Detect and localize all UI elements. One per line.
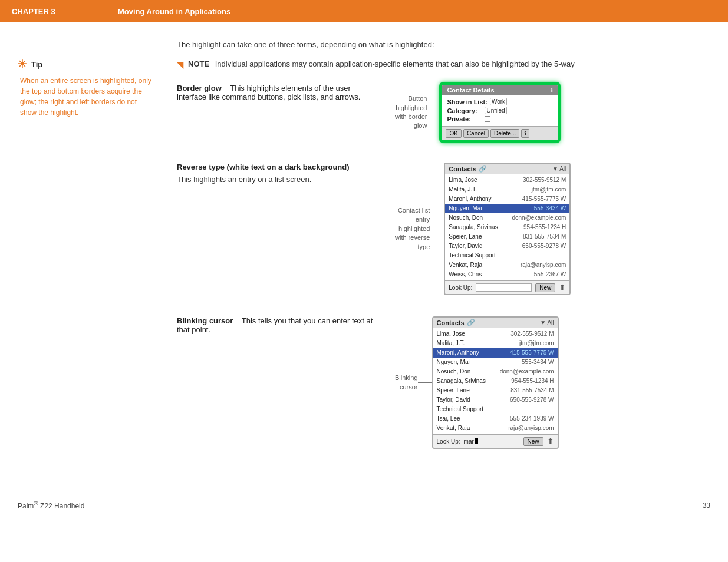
contact-row[interactable]: Sanagala, Srivinas954-555-1234 H xyxy=(433,376,558,386)
arrow-button-1[interactable]: ⬆ xyxy=(559,283,566,292)
lookup-value-display: mar xyxy=(464,438,520,445)
contact-row[interactable]: Speier, Lane831-555-7534 M xyxy=(445,232,569,242)
tip-header: ✳ Tip xyxy=(18,58,153,71)
note-label: NOTE xyxy=(188,59,209,68)
category-label: Category: xyxy=(447,107,482,114)
tip-star-icon: ✳ xyxy=(18,58,27,71)
footer-brand: Palm® Z22 Handheld xyxy=(18,500,84,510)
contact-row[interactable]: Malita, J.T.jtm@jtm.com xyxy=(433,339,558,348)
contacts-list-2: Lima, Jose302-555-9512 MMalita, J.T.jtm@… xyxy=(433,328,558,434)
note-content: NOTE Individual applications may contain… xyxy=(188,59,575,68)
widget-title: Contact Details xyxy=(447,87,494,94)
ok-button[interactable]: OK xyxy=(446,129,461,138)
contacts-list-1: Lima, Jose302-555-9512 MMalita, J.T.jtm@… xyxy=(445,174,569,280)
footer-page: 33 xyxy=(703,501,710,510)
contacts-title-1: Contacts 🔗 xyxy=(449,165,487,173)
widget-info-icon: ℹ xyxy=(551,87,553,94)
widget-buttons: OK Cancel Delete... ℹ xyxy=(442,126,558,140)
page-title: Moving Around in Applications xyxy=(118,7,230,16)
contact-details-widget: Contact Details ℹ Show in List: Work Cat… xyxy=(441,84,559,141)
widget-body: Show in List: Work Category: Unfiled Pri… xyxy=(442,95,558,126)
line-connector-3 xyxy=(418,382,432,383)
contact-row[interactable]: Lima, Jose302-555-9512 M xyxy=(433,329,558,339)
section-right-2: Contact list entry highlighted with reve… xyxy=(395,163,571,295)
lookup-label-2: Look Up: xyxy=(437,438,460,445)
callout-2: Contact list entry highlighted with reve… xyxy=(395,206,444,252)
contact-row[interactable]: Nguyen, Mai555-3434 W xyxy=(445,204,569,213)
contacts-footer-2: Look Up: mar New ⬆ xyxy=(433,434,558,448)
contact-row[interactable]: Nosuch, Dondonn@example.com xyxy=(445,213,569,223)
intro-text: The highlight can take one of three form… xyxy=(177,40,716,49)
cancel-button[interactable]: Cancel xyxy=(463,129,489,138)
contacts-title-2: Contacts 🔗 xyxy=(437,319,475,326)
contact-row[interactable]: Taylor, David650-555-9278 W xyxy=(433,395,558,405)
contact-row[interactable]: Maroni, Anthony415-555-7775 W xyxy=(433,348,558,358)
section-reverse-type: Reverse type (white text on a dark backg… xyxy=(177,163,716,295)
callout-3: Blinking cursor xyxy=(395,373,432,392)
section-right-1: Button highlighted with border glow Cont… xyxy=(395,84,559,141)
content-area: The highlight can take one of three form… xyxy=(165,40,728,470)
show-in-list-value[interactable]: Work xyxy=(490,98,507,105)
section-heading-2: Reverse type (white text on a dark backg… xyxy=(177,163,377,171)
contact-row[interactable]: Technical Support xyxy=(433,405,558,414)
tip-body: When an entire screen is highlighted, on… xyxy=(18,75,153,118)
contact-row[interactable]: Taylor, David650-555-9278 W xyxy=(445,242,569,251)
contacts-filter-2[interactable]: ▼ All xyxy=(540,319,554,326)
contact-row[interactable]: Venkat, Rajaraja@anyisp.com xyxy=(445,260,569,270)
delete-button[interactable]: Delete... xyxy=(490,129,519,138)
line-connector-2 xyxy=(430,229,444,229)
section-body-2: This highlights an entry on a list scree… xyxy=(177,174,377,186)
lookup-label-1: Look Up: xyxy=(449,285,472,291)
contact-row[interactable]: Tsai, Lee555-234-1939 W xyxy=(433,414,558,424)
section-heading-3: Blinking cursor This tells you that you … xyxy=(177,316,377,334)
new-button-2[interactable]: New xyxy=(523,437,543,446)
section-heading-1: Border glow This highlights elements of … xyxy=(177,84,377,101)
callout-label-3: Blinking cursor xyxy=(395,373,418,392)
header-bar: CHAPTER 3 Moving Around in Applications xyxy=(0,0,728,22)
contact-row[interactable]: Venkat, Rajaraja@anyisp.com xyxy=(433,424,558,433)
show-in-list-label: Show in List: xyxy=(447,98,487,105)
contacts-widget-2: Contacts 🔗 ▼ All Lima, Jose302-555-9512 … xyxy=(432,316,559,449)
section-left-1: Border glow This highlights elements of … xyxy=(177,84,377,104)
contacts-header-1: Contacts 🔗 ▼ All xyxy=(445,164,569,174)
private-checkbox[interactable] xyxy=(485,116,490,122)
footer: Palm® Z22 Handheld 33 xyxy=(0,494,728,516)
new-button-1[interactable]: New xyxy=(535,283,555,292)
callout-label-1: Button highlighted with border glow xyxy=(395,94,427,131)
private-row: Private: xyxy=(447,115,553,123)
contact-row[interactable]: Technical Support xyxy=(445,251,569,260)
arrow-button-2[interactable]: ⬆ xyxy=(547,437,554,446)
callout-1: Button highlighted with border glow xyxy=(395,94,441,131)
category-value[interactable]: Unfiled xyxy=(485,107,506,114)
cursor-blink xyxy=(475,438,478,444)
contact-row[interactable]: Malita, J.T.jtm@jtm.com xyxy=(445,185,569,194)
category-row: Category: Unfiled xyxy=(447,107,553,114)
contact-row[interactable]: Maroni, Anthony415-555-7775 W xyxy=(445,194,569,204)
contact-row[interactable]: Weiss, Chris555-2367 W xyxy=(445,270,569,279)
contacts-widget-1: Contacts 🔗 ▼ All Lima, Jose302-555-9512 … xyxy=(444,163,571,295)
note-icon: ◥ xyxy=(177,60,183,70)
contacts-footer-1: Look Up: New ⬆ xyxy=(445,280,569,294)
contact-row[interactable]: Sanagala, Srivinas954-555-1234 H xyxy=(445,223,569,232)
chapter-label: CHAPTER 3 xyxy=(12,7,118,16)
tip-label: Tip xyxy=(31,60,42,69)
contacts-filter-1[interactable]: ▼ All xyxy=(552,166,566,172)
contact-row[interactable]: Nosuch, Dondonn@example.com xyxy=(433,367,558,376)
section-border-glow: Border glow This highlights elements of … xyxy=(177,84,716,141)
section-right-3: Blinking cursor Contacts 🔗 ▼ All Lima, J… xyxy=(395,316,559,449)
note-text: Individual applications may contain appl… xyxy=(215,59,575,68)
lookup-input-1[interactable] xyxy=(476,283,532,292)
widget-header: Contact Details ℹ xyxy=(442,85,558,95)
contact-row[interactable]: Lima, Jose302-555-9512 M xyxy=(445,176,569,185)
note-box: ◥ NOTE Individual applications may conta… xyxy=(177,59,716,70)
contact-row[interactable]: Speier, Lane831-555-7534 M xyxy=(433,386,558,395)
sidebar: ✳ Tip When an entire screen is highlight… xyxy=(0,40,165,470)
section-left-2: Reverse type (white text on a dark backg… xyxy=(177,163,377,186)
line-connector-1 xyxy=(427,113,441,113)
contact-row[interactable]: Nguyen, Mai555-3434 W xyxy=(433,358,558,367)
show-in-list-row: Show in List: Work xyxy=(447,98,553,105)
main-content: ✳ Tip When an entire screen is highlight… xyxy=(0,22,728,482)
info-button[interactable]: ℹ xyxy=(521,129,529,138)
tip-section: ✳ Tip When an entire screen is highlight… xyxy=(18,58,153,118)
contacts-header-2: Contacts 🔗 ▼ All xyxy=(433,318,558,328)
